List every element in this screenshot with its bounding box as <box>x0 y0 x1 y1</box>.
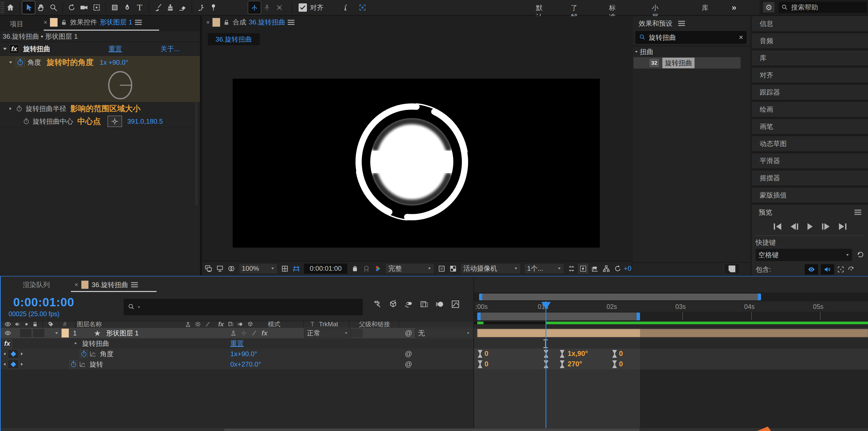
layer-audio-empty[interactable] <box>20 329 31 337</box>
next-keyframe-arrow[interactable] <box>21 352 23 355</box>
effect-row[interactable]: fx 旋转扭曲 重置 <box>1 338 473 349</box>
mask-visibility-icon[interactable] <box>227 265 235 272</box>
selection-tool-icon[interactable] <box>22 1 35 14</box>
comp-unlock-icon[interactable] <box>223 19 230 26</box>
sidebar-item-smoother[interactable]: 平滑器 <box>752 153 868 168</box>
angle-pickwhip-icon[interactable]: @ <box>405 350 412 358</box>
pan-behind-tool-icon[interactable] <box>90 1 103 14</box>
region-of-interest-icon[interactable] <box>438 265 445 272</box>
sidebar-item-audio[interactable]: 音频 <box>752 33 868 48</box>
angle-stopwatch-icon[interactable] <box>16 58 24 66</box>
timeline-rotation-value[interactable]: 0x+270.0° <box>230 360 261 368</box>
angle-dial-area[interactable] <box>0 69 200 102</box>
effects-search-clear-icon[interactable]: × <box>739 33 743 41</box>
keyframe-icon[interactable] <box>478 350 483 358</box>
keyframe-icon[interactable] <box>478 360 483 368</box>
sidebar-item-motion-sketch[interactable]: 动态草图 <box>752 136 868 151</box>
timeline-search-field[interactable] <box>124 299 363 315</box>
effects-group-row[interactable]: 扭曲 <box>632 46 750 57</box>
timeline-tab-close-icon[interactable]: × <box>74 281 78 288</box>
tab-render-queue[interactable]: 渲染队列 <box>23 280 50 289</box>
view-layout-dropdown[interactable]: 1个... <box>524 263 564 274</box>
timeline-tab-menu-icon[interactable] <box>131 281 138 288</box>
keyframe-icon[interactable] <box>612 350 617 358</box>
grid-guides-icon[interactable] <box>281 265 289 272</box>
shy-layers-icon[interactable] <box>404 300 413 309</box>
radius-stopwatch-icon[interactable] <box>16 105 23 112</box>
first-frame-button[interactable] <box>774 223 781 230</box>
playhead-head[interactable] <box>541 302 551 310</box>
primary-viewer-icon[interactable] <box>216 265 224 272</box>
prev-keyframe-arrow[interactable] <box>4 352 5 355</box>
sidebar-item-tracker[interactable]: 跟踪器 <box>752 85 868 100</box>
work-area-end-handle[interactable] <box>637 313 640 320</box>
effects-presets-menu-icon[interactable] <box>678 20 685 27</box>
timeline-bottom-scrollbar[interactable] <box>1 428 868 431</box>
new-preset-button[interactable] <box>724 263 740 274</box>
brush-tool-icon[interactable] <box>152 1 164 14</box>
center-crosshair-icon[interactable] <box>108 116 122 126</box>
reset-exposure-icon[interactable] <box>614 265 622 272</box>
resolution-dropdown[interactable]: 完整 <box>385 263 434 274</box>
sidebar-item-align[interactable]: 对齐 <box>752 67 868 83</box>
motion-sketch-brackets-icon[interactable] <box>356 1 369 14</box>
effect-collapse-chevron-icon[interactable] <box>74 343 77 344</box>
effect-header-row[interactable]: fx 旋转扭曲 重置 关于... <box>0 42 200 56</box>
active-camera-dropdown[interactable]: 活动摄像机 <box>461 263 521 274</box>
radius-property-row[interactable]: 旋转扭曲半径 影响的范围区域大小 <box>0 103 200 115</box>
rotation-pickwhip-icon[interactable]: @ <box>405 360 412 368</box>
center-property-row[interactable]: 旋转扭曲中心 中心点 391.0,180.5 <box>0 115 200 128</box>
timeline-button-icon[interactable] <box>591 265 599 272</box>
include-audio-icon[interactable] <box>821 264 834 275</box>
puppet-pin-tool-icon[interactable] <box>207 1 220 14</box>
angle-value[interactable]: 1x+90.0° <box>100 58 128 66</box>
puppet-starch-pin-icon[interactable] <box>261 1 273 14</box>
angle-property-row[interactable]: 角度 旋转时的角度 1x+90.0° <box>0 56 200 69</box>
parent-column-header[interactable]: 父级和链接 <box>359 320 390 328</box>
angle-timeline-stopwatch-icon[interactable] <box>80 350 88 357</box>
puppet-position-pin-icon[interactable] <box>248 1 261 14</box>
snap-checkbox[interactable] <box>299 3 307 12</box>
tab-timeline-comp[interactable]: × 36.旋转扭曲 <box>74 278 138 292</box>
pen-tool-icon[interactable] <box>121 1 133 14</box>
mode-column-header[interactable]: 模式 <box>268 320 280 328</box>
motion-blur-icon[interactable] <box>435 300 444 309</box>
keyframe-icon[interactable] <box>612 360 617 368</box>
timeline-angle-value[interactable]: 1x+90.0° <box>230 350 257 358</box>
timeline-rotation-row[interactable]: 旋转 0x+270.0° @ <box>1 359 473 370</box>
effects-item-row-selected[interactable]: 32 旋转扭曲 <box>633 57 741 68</box>
parent-dropdown[interactable]: 无 <box>415 328 473 338</box>
rectangle-tool-icon[interactable] <box>108 1 121 14</box>
playhead-line[interactable] <box>546 301 546 431</box>
add-keyframe-button[interactable] <box>8 349 19 358</box>
keyframe-icon[interactable] <box>560 360 564 368</box>
tab-effect-controls[interactable]: × 效果控件 形状图层 1 <box>43 18 142 27</box>
draft-3d-icon[interactable] <box>389 300 398 309</box>
include-video-icon[interactable] <box>805 264 818 275</box>
timeline-h-scrollbar[interactable] <box>479 293 761 300</box>
ec-scrollbar[interactable] <box>195 102 198 206</box>
blend-mode-dropdown[interactable]: 正常 <box>304 328 351 338</box>
graph-editor-icon[interactable] <box>451 300 460 309</box>
scrollbar-right-cap[interactable] <box>758 293 761 300</box>
sidebar-item-wiggler[interactable]: 摇摆器 <box>752 170 868 185</box>
sidebar-item-brushes[interactable]: 画笔 <box>752 119 868 134</box>
tab-composition[interactable]: × 合成 36.旋转扭曲 <box>206 18 294 27</box>
shortcut-dropdown[interactable]: 空格键 <box>755 249 852 261</box>
timeline-angle-label[interactable]: 角度 <box>100 349 114 358</box>
comp-timecode[interactable]: 0:00:01:00 <box>304 263 347 274</box>
collapse-chevron-icon[interactable] <box>3 48 7 50</box>
snapshot-camera-icon[interactable] <box>351 265 359 272</box>
comp-flowchart-icon[interactable] <box>602 265 610 272</box>
puppet-bend-pin-icon[interactable] <box>273 1 286 14</box>
clone-stamp-tool-icon[interactable] <box>164 1 177 14</box>
toolbar-grip[interactable] <box>1 1 4 14</box>
layer-label-swatch[interactable] <box>62 328 69 338</box>
transparency-grid-icon[interactable] <box>449 265 457 272</box>
angle-graph-icon[interactable] <box>90 350 96 357</box>
last-frame-button[interactable] <box>839 223 846 230</box>
timeline-effect-reset[interactable]: 重置 <box>230 339 244 348</box>
camera-tool-icon[interactable] <box>78 1 90 14</box>
rotate-tool-icon[interactable] <box>65 1 78 14</box>
home-icon[interactable] <box>4 1 17 14</box>
